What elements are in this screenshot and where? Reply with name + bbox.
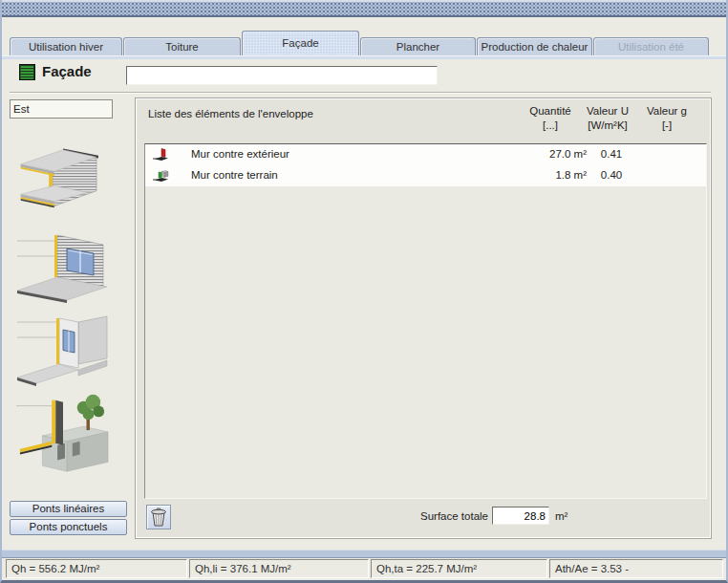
column-header-valeur-g: Valeur g [-] bbox=[629, 105, 705, 131]
row-label: Mur contre extérieur bbox=[191, 148, 289, 160]
surface-totale-unit: m² bbox=[555, 510, 567, 522]
status-ath-ae: Ath/Ae = 3.53 - bbox=[549, 559, 723, 578]
facade-window-icon[interactable] bbox=[15, 227, 111, 304]
bottom-accent-strip bbox=[2, 550, 726, 558]
facade-icon bbox=[19, 64, 35, 80]
wall-section-icon[interactable] bbox=[15, 141, 111, 210]
row-u-value: 0.40 bbox=[582, 169, 641, 181]
wall-ground-icon bbox=[153, 167, 170, 184]
list-item-mur-contre-terrain[interactable]: Mur contre terrain 1.8 m² 0.40 bbox=[145, 165, 706, 186]
tab-facade[interactable]: Façade bbox=[242, 31, 359, 55]
wall-exterior-icon bbox=[153, 146, 170, 162]
status-qh: Qh = 556.2 MJ/m² bbox=[6, 559, 187, 578]
row-quantity: 1.8 m² bbox=[501, 169, 587, 181]
ponts-ponctuels-button[interactable]: Ponts ponctuels bbox=[10, 519, 127, 535]
tab-utilisation-hiver[interactable]: Utilisation hiver bbox=[10, 37, 122, 55]
window-titlebar[interactable] bbox=[2, 0, 726, 17]
status-qhta: Qh,ta = 225.7 MJ/m² bbox=[371, 559, 547, 578]
trash-icon bbox=[149, 507, 168, 528]
envelope-list-title: Liste des éléments de l'enveloppe bbox=[148, 108, 313, 119]
row-u-value: 0.41 bbox=[582, 148, 641, 160]
status-qhli: Qh,li = 376.1 MJ/m² bbox=[189, 559, 369, 578]
row-label: Mur contre terrain bbox=[191, 169, 278, 181]
application-window: Utilisation hiver Toiture Façade Planche… bbox=[0, 0, 728, 583]
wall-underground-icon[interactable] bbox=[13, 387, 113, 481]
surface-totale-field[interactable] bbox=[492, 507, 549, 525]
row-quantity: 27.0 m² bbox=[501, 148, 587, 160]
surface-totale-label: Surface totale bbox=[366, 510, 488, 522]
facade-adjacent-icon[interactable] bbox=[15, 311, 111, 389]
tab-pane-edge bbox=[2, 55, 726, 59]
tab-utilisation-ete: Utilisation été bbox=[593, 37, 709, 55]
tab-production-de-chaleur[interactable]: Production de chaleur bbox=[477, 37, 592, 55]
page-title: Façade bbox=[42, 63, 92, 79]
list-item-mur-contre-exterieur[interactable]: Mur contre extérieur 27.0 m² 0.41 bbox=[145, 144, 706, 165]
header-separator bbox=[10, 92, 711, 94]
envelope-panel: Liste des éléments de l'enveloppe Quanti… bbox=[136, 98, 711, 538]
ponts-lineaires-button[interactable]: Ponts linéaires bbox=[10, 501, 127, 517]
orientation-field[interactable] bbox=[10, 99, 113, 119]
delete-button[interactable] bbox=[146, 505, 171, 529]
facade-name-input[interactable] bbox=[126, 66, 438, 85]
tab-plancher[interactable]: Plancher bbox=[360, 37, 476, 55]
envelope-list[interactable]: Mur contre extérieur 27.0 m² 0.41 Mur co… bbox=[144, 143, 707, 499]
tab-toiture[interactable]: Toiture bbox=[123, 37, 241, 55]
